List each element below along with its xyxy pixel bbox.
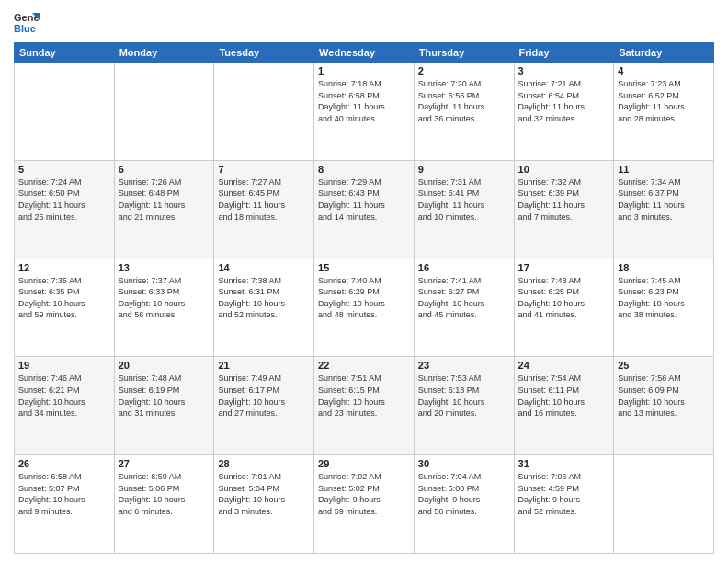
day-number: 13 <box>119 262 210 273</box>
day-cell: 2Sunrise: 7:20 AM Sunset: 6:56 PM Daylig… <box>414 63 514 161</box>
day-info: Sunrise: 7:54 AM Sunset: 6:11 PM Dayligh… <box>518 373 610 419</box>
day-info: Sunrise: 7:43 AM Sunset: 6:25 PM Dayligh… <box>518 275 610 321</box>
day-cell: 23Sunrise: 7:53 AM Sunset: 6:13 PM Dayli… <box>414 357 514 455</box>
week-row-4: 19Sunrise: 7:46 AM Sunset: 6:21 PM Dayli… <box>15 357 714 455</box>
day-number: 4 <box>618 65 710 76</box>
day-number: 9 <box>418 164 510 175</box>
day-info: Sunrise: 7:56 AM Sunset: 6:09 PM Dayligh… <box>618 373 710 419</box>
day-info: Sunrise: 7:38 AM Sunset: 6:31 PM Dayligh… <box>218 275 310 321</box>
day-cell <box>214 63 314 161</box>
day-number: 16 <box>418 262 510 273</box>
day-cell: 31Sunrise: 7:06 AM Sunset: 4:59 PM Dayli… <box>514 455 614 554</box>
day-number: 12 <box>18 262 110 273</box>
day-info: Sunrise: 7:41 AM Sunset: 6:27 PM Dayligh… <box>418 275 510 321</box>
day-number: 30 <box>418 458 510 469</box>
weekday-header-saturday: Saturday <box>614 43 714 63</box>
day-info: Sunrise: 7:32 AM Sunset: 6:39 PM Dayligh… <box>518 177 610 223</box>
day-cell: 29Sunrise: 7:02 AM Sunset: 5:02 PM Dayli… <box>314 455 415 554</box>
day-number: 21 <box>218 360 310 371</box>
day-info: Sunrise: 7:53 AM Sunset: 6:13 PM Dayligh… <box>418 373 510 419</box>
logo-icon: General Blue <box>14 9 40 35</box>
weekday-header-monday: Monday <box>114 43 214 63</box>
day-cell: 19Sunrise: 7:46 AM Sunset: 6:21 PM Dayli… <box>15 357 115 455</box>
weekday-header-row: SundayMondayTuesdayWednesdayThursdayFrid… <box>15 43 714 63</box>
day-number: 3 <box>518 65 610 76</box>
day-cell: 20Sunrise: 7:48 AM Sunset: 6:19 PM Dayli… <box>114 357 214 455</box>
day-number: 17 <box>518 262 610 273</box>
day-info: Sunrise: 7:51 AM Sunset: 6:15 PM Dayligh… <box>318 373 410 419</box>
day-info: Sunrise: 7:27 AM Sunset: 6:45 PM Dayligh… <box>218 177 310 223</box>
day-cell: 18Sunrise: 7:45 AM Sunset: 6:23 PM Dayli… <box>614 259 714 357</box>
week-row-3: 12Sunrise: 7:35 AM Sunset: 6:35 PM Dayli… <box>15 259 714 357</box>
weekday-header-thursday: Thursday <box>414 43 514 63</box>
day-number: 26 <box>18 458 110 469</box>
day-info: Sunrise: 7:37 AM Sunset: 6:33 PM Dayligh… <box>119 275 210 321</box>
day-info: Sunrise: 7:23 AM Sunset: 6:52 PM Dayligh… <box>618 78 710 124</box>
logo: General Blue <box>14 9 40 35</box>
day-number: 11 <box>618 164 710 175</box>
day-cell: 1Sunrise: 7:18 AM Sunset: 6:58 PM Daylig… <box>314 63 415 161</box>
day-cell <box>614 455 714 554</box>
day-cell: 30Sunrise: 7:04 AM Sunset: 5:00 PM Dayli… <box>414 455 514 554</box>
day-cell: 26Sunrise: 6:58 AM Sunset: 5:07 PM Dayli… <box>15 455 115 554</box>
day-number: 20 <box>119 360 210 371</box>
day-cell <box>114 63 214 161</box>
page: General Blue SundayMondayTuesdayWednesda… <box>0 0 728 563</box>
day-info: Sunrise: 7:24 AM Sunset: 6:50 PM Dayligh… <box>18 177 110 223</box>
svg-text:Blue: Blue <box>14 23 36 34</box>
day-number: 5 <box>18 164 110 175</box>
day-info: Sunrise: 7:04 AM Sunset: 5:00 PM Dayligh… <box>418 471 510 517</box>
day-cell: 21Sunrise: 7:49 AM Sunset: 6:17 PM Dayli… <box>214 357 314 455</box>
day-cell: 7Sunrise: 7:27 AM Sunset: 6:45 PM Daylig… <box>214 160 314 259</box>
day-info: Sunrise: 6:59 AM Sunset: 5:06 PM Dayligh… <box>119 471 210 517</box>
day-cell: 13Sunrise: 7:37 AM Sunset: 6:33 PM Dayli… <box>114 259 214 357</box>
day-info: Sunrise: 7:01 AM Sunset: 5:04 PM Dayligh… <box>218 471 310 517</box>
header: General Blue <box>14 9 714 35</box>
weekday-header-sunday: Sunday <box>15 43 115 63</box>
day-number: 19 <box>18 360 110 371</box>
day-number: 31 <box>518 458 610 469</box>
day-cell <box>15 63 115 161</box>
day-info: Sunrise: 7:18 AM Sunset: 6:58 PM Dayligh… <box>318 78 410 124</box>
day-cell: 28Sunrise: 7:01 AM Sunset: 5:04 PM Dayli… <box>214 455 314 554</box>
day-cell: 11Sunrise: 7:34 AM Sunset: 6:37 PM Dayli… <box>614 160 714 259</box>
day-info: Sunrise: 7:35 AM Sunset: 6:35 PM Dayligh… <box>18 275 110 321</box>
day-cell: 17Sunrise: 7:43 AM Sunset: 6:25 PM Dayli… <box>514 259 614 357</box>
weekday-header-friday: Friday <box>514 43 614 63</box>
day-info: Sunrise: 6:58 AM Sunset: 5:07 PM Dayligh… <box>18 471 110 517</box>
day-cell: 6Sunrise: 7:26 AM Sunset: 6:48 PM Daylig… <box>114 160 214 259</box>
day-info: Sunrise: 7:02 AM Sunset: 5:02 PM Dayligh… <box>318 471 410 517</box>
day-cell: 10Sunrise: 7:32 AM Sunset: 6:39 PM Dayli… <box>514 160 614 259</box>
day-number: 2 <box>418 65 510 76</box>
day-cell: 27Sunrise: 6:59 AM Sunset: 5:06 PM Dayli… <box>114 455 214 554</box>
day-cell: 24Sunrise: 7:54 AM Sunset: 6:11 PM Dayli… <box>514 357 614 455</box>
day-number: 18 <box>618 262 710 273</box>
day-number: 6 <box>119 164 210 175</box>
day-number: 15 <box>318 262 410 273</box>
day-info: Sunrise: 7:26 AM Sunset: 6:48 PM Dayligh… <box>119 177 210 223</box>
day-info: Sunrise: 7:40 AM Sunset: 6:29 PM Dayligh… <box>318 275 410 321</box>
day-info: Sunrise: 7:45 AM Sunset: 6:23 PM Dayligh… <box>618 275 710 321</box>
day-number: 8 <box>318 164 410 175</box>
day-cell: 14Sunrise: 7:38 AM Sunset: 6:31 PM Dayli… <box>214 259 314 357</box>
day-info: Sunrise: 7:49 AM Sunset: 6:17 PM Dayligh… <box>218 373 310 419</box>
day-info: Sunrise: 7:31 AM Sunset: 6:41 PM Dayligh… <box>418 177 510 223</box>
day-cell: 8Sunrise: 7:29 AM Sunset: 6:43 PM Daylig… <box>314 160 415 259</box>
day-number: 29 <box>318 458 410 469</box>
day-info: Sunrise: 7:48 AM Sunset: 6:19 PM Dayligh… <box>119 373 210 419</box>
day-number: 22 <box>318 360 410 371</box>
day-info: Sunrise: 7:46 AM Sunset: 6:21 PM Dayligh… <box>18 373 110 419</box>
day-cell: 22Sunrise: 7:51 AM Sunset: 6:15 PM Dayli… <box>314 357 415 455</box>
day-info: Sunrise: 7:06 AM Sunset: 4:59 PM Dayligh… <box>518 471 610 517</box>
day-number: 24 <box>518 360 610 371</box>
day-number: 10 <box>518 164 610 175</box>
day-number: 23 <box>418 360 510 371</box>
weekday-header-tuesday: Tuesday <box>214 43 314 63</box>
week-row-2: 5Sunrise: 7:24 AM Sunset: 6:50 PM Daylig… <box>15 160 714 259</box>
day-number: 28 <box>218 458 310 469</box>
day-cell: 5Sunrise: 7:24 AM Sunset: 6:50 PM Daylig… <box>15 160 115 259</box>
day-info: Sunrise: 7:34 AM Sunset: 6:37 PM Dayligh… <box>618 177 710 223</box>
day-cell: 4Sunrise: 7:23 AM Sunset: 6:52 PM Daylig… <box>614 63 714 161</box>
day-info: Sunrise: 7:29 AM Sunset: 6:43 PM Dayligh… <box>318 177 410 223</box>
calendar-table: SundayMondayTuesdayWednesdayThursdayFrid… <box>14 42 714 554</box>
